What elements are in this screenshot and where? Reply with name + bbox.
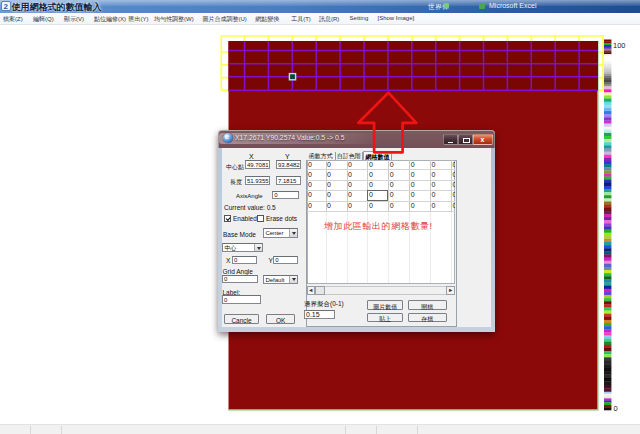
svg-text:0: 0 <box>614 404 618 413</box>
svg-text:100: 100 <box>613 41 626 50</box>
